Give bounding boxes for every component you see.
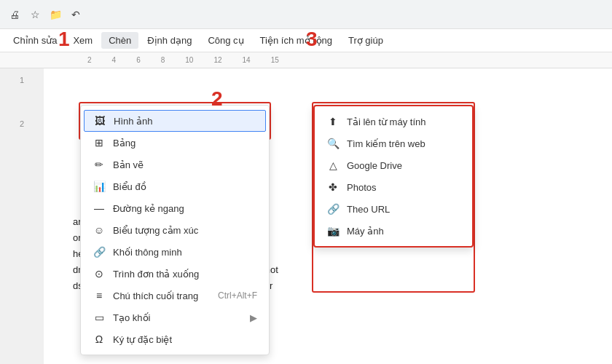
menu-item-ky-tu[interactable]: Ω Ký tự đặc biệt bbox=[81, 328, 269, 350]
submenu-upload[interactable]: ⬆ Tải lên từ máy tính bbox=[315, 111, 472, 132]
url-icon: 🔗 bbox=[326, 202, 340, 215]
menu-item-emoji[interactable]: ☺ Biểu tượng cảm xúc bbox=[81, 219, 269, 241]
submenu-camera[interactable]: 📷 Máy ảnh bbox=[315, 220, 472, 242]
folder-icon[interactable]: 📁 bbox=[47, 6, 64, 23]
menubar-format[interactable]: Định dạng bbox=[140, 32, 199, 49]
history-icon[interactable]: ↶ bbox=[67, 6, 85, 23]
camera-icon: 📷 bbox=[326, 224, 340, 237]
menubar-help[interactable]: Trợ giúp bbox=[341, 32, 391, 49]
menu-item-khoi-thong-minh[interactable]: 🔗 Khối thông minh bbox=[81, 241, 269, 263]
submenu-theo-url[interactable]: 🔗 Theo URL bbox=[315, 198, 472, 220]
submenu-search-web[interactable]: 🔍 Tìm kiếm trên web bbox=[315, 132, 472, 154]
dropdown-icon: ⊙ bbox=[93, 267, 106, 280]
footnote-icon: ≡ bbox=[93, 289, 106, 302]
insert-menu: 🖼 Hình ảnh ⊞ Bảng ✏ Bản vẽ 📊 Biểu đồ — Đ… bbox=[80, 105, 270, 355]
submenu-photos[interactable]: ✤ Photos bbox=[315, 176, 472, 198]
menubar-tools[interactable]: Công cụ bbox=[200, 32, 251, 49]
drawing-icon: ✏ bbox=[93, 158, 106, 171]
menu-item-bang[interactable]: ⊞ Bảng bbox=[81, 132, 269, 154]
smart-block-icon: 🔗 bbox=[93, 245, 106, 258]
menu-item-duong-ke[interactable]: — Đường kẻ ngang bbox=[81, 197, 269, 219]
menu-item-ban-ve[interactable]: ✏ Bản vẽ bbox=[81, 154, 269, 175]
document-area: 2 4 6 8 10 12 14 15 1 2 are necessary an… bbox=[0, 52, 612, 364]
menubar-insert[interactable]: Chèn bbox=[101, 32, 138, 49]
special-char-icon: Ω bbox=[93, 333, 106, 346]
search-web-icon: 🔍 bbox=[326, 137, 340, 150]
menubar-edit[interactable]: Chỉnh sửa bbox=[6, 32, 64, 49]
image-submenu: ⬆ Tải lên từ máy tính 🔍 Tìm kiếm trên we… bbox=[313, 105, 474, 248]
submenu-google-drive[interactable]: △ Google Drive bbox=[315, 154, 472, 176]
line-numbers: 1 2 bbox=[0, 68, 44, 364]
block-icon: ▭ bbox=[93, 311, 106, 324]
print-icon[interactable]: 🖨 bbox=[6, 6, 23, 23]
ruler: 2 4 6 8 10 12 14 15 bbox=[0, 52, 612, 68]
menu-item-tao-khoi[interactable]: ▭ Tạo khối ▶ bbox=[81, 306, 269, 328]
photos-icon: ✤ bbox=[326, 181, 340, 194]
menubar-extensions[interactable]: Tiện ích mở rộng bbox=[253, 32, 340, 49]
emoji-icon: ☺ bbox=[93, 223, 106, 237]
menubar: Chỉnh sửa Xem Chèn Định dạng Công cụ Tiệ… bbox=[0, 29, 612, 52]
line-icon: — bbox=[93, 202, 106, 215]
menu-item-bieu-do[interactable]: 📊 Biểu đồ bbox=[81, 175, 269, 197]
menu-item-trinh-don[interactable]: ⊙ Trình đơn thả xuống bbox=[81, 263, 269, 285]
menu-item-hinh-anh[interactable]: 🖼 Hình ảnh bbox=[84, 110, 266, 132]
menu-item-chu-thich[interactable]: ≡ Chú thích cuối trang Ctrl+Alt+F bbox=[81, 285, 269, 306]
table-icon: ⊞ bbox=[93, 136, 106, 149]
upload-icon: ⬆ bbox=[326, 115, 340, 128]
star-icon[interactable]: ☆ bbox=[26, 6, 44, 23]
toolbar: 🖨 ☆ 📁 ↶ bbox=[0, 0, 612, 29]
google-drive-icon: △ bbox=[326, 159, 340, 172]
image-icon: 🖼 bbox=[93, 114, 106, 127]
chart-icon: 📊 bbox=[93, 180, 106, 193]
menubar-view[interactable]: Xem bbox=[66, 32, 100, 49]
